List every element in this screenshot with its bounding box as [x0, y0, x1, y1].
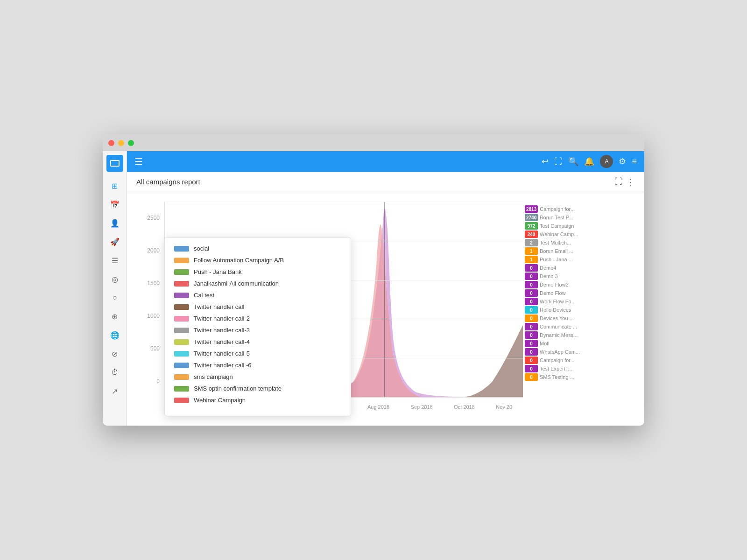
tooltip-item: 0Demo Flow [525, 289, 633, 297]
legend-color-swatch [174, 328, 189, 333]
tooltip-badge: 0 [525, 323, 538, 330]
legend-item: SMS optin confirmation template [174, 385, 341, 392]
tooltip-item: 0Dynamic Mess... [525, 331, 633, 339]
legend-label: Follow Automation Campaign A/B [194, 257, 284, 264]
tooltip-label: Communicate ... [540, 324, 577, 329]
sidebar-item-rocket[interactable]: 🚀 [106, 233, 123, 250]
sidebar-item-person[interactable]: 👤 [106, 215, 123, 231]
tooltip-label: Demo Flow2 [540, 282, 569, 287]
chart-wrapper: 2500 2000 1500 1000 500 0 [127, 192, 644, 426]
page-title: All campaigns report [136, 178, 200, 186]
tooltip-label: Hello Devices [540, 307, 571, 313]
titlebar [103, 134, 644, 151]
tooltip-label: Campaign for... [540, 357, 575, 363]
legend-color-swatch [174, 281, 189, 287]
logo[interactable] [106, 155, 123, 172]
legend-color-swatch [174, 316, 189, 322]
tooltip-badge: 0 [525, 306, 538, 314]
tooltip-item: 240Webinar Camp... [525, 231, 633, 238]
tooltip-badge: 0 [525, 331, 538, 339]
tooltip-badge: 0 [525, 264, 538, 272]
legend-item: Janalkashmi-All communication [174, 280, 341, 287]
expand-view-icon[interactable]: ⛶ [614, 177, 623, 187]
close-button[interactable] [108, 140, 114, 146]
tooltip-item: 0Communicate ... [525, 323, 633, 330]
legend-item: Twitter handler call-2 [174, 315, 341, 322]
maximize-button[interactable] [128, 140, 134, 146]
tooltip-label: SMS Testing ... [540, 374, 574, 380]
sidebar-item-block[interactable]: ⊘ [106, 345, 123, 362]
tooltip-badge: 1 [525, 247, 538, 255]
more-options-icon[interactable]: ⋮ [627, 177, 635, 187]
sidebar-item-clock[interactable]: ○ [106, 289, 123, 306]
legend-label: Twitter handler call-5 [194, 350, 250, 357]
legend-label: social [194, 245, 209, 252]
legend-item: Twitter handler call-4 [174, 338, 341, 345]
legend-color-swatch [174, 293, 189, 298]
back-icon[interactable]: ↩ [542, 156, 549, 167]
tooltip-badge: 0 [525, 365, 538, 372]
sidebar-item-grid[interactable]: ⊞ [106, 177, 123, 194]
legend-color-swatch [174, 363, 189, 368]
more-icon[interactable]: ≡ [632, 157, 637, 167]
expand-icon[interactable]: ⛶ [554, 157, 563, 167]
legend-label: Twitter handler call-2 [194, 315, 250, 322]
sub-header: All campaigns report ⛶ ⋮ [127, 172, 644, 192]
legend-label: Cal test [194, 292, 214, 299]
tooltip-badge: 0 [525, 348, 538, 356]
tooltip-label: Borun Email ... [540, 248, 573, 254]
tooltip-item: 0Demo Flow2 [525, 281, 633, 288]
menu-button[interactable]: ☰ [134, 156, 143, 167]
legend-item: Twitter handler call-3 [174, 327, 341, 334]
tooltip-label: Devices You ... [540, 315, 574, 321]
minimize-button[interactable] [118, 140, 124, 146]
legend-color-swatch [174, 374, 189, 380]
y-label-0: 0 [156, 378, 160, 385]
sidebar-item-chart[interactable]: ↗ [106, 383, 123, 399]
tooltip-badge: 2740 [525, 214, 538, 221]
tooltip-item: 0Motl [525, 340, 633, 347]
tooltip-item: 0Demo4 [525, 264, 633, 272]
header-actions: ⛶ ⋮ [614, 177, 635, 187]
tooltip-label: Campaign for... [540, 206, 575, 212]
tooltip-item: 1Borun Email ... [525, 247, 633, 255]
tooltip-label: Work Flow Fo... [540, 299, 576, 304]
tooltip-badge: 240 [525, 231, 538, 238]
legend-item: Twitter handler call -6 [174, 362, 341, 369]
avatar[interactable]: A [600, 155, 613, 168]
settings-icon[interactable]: ⚙ [619, 156, 626, 167]
legend-item: Twitter handler call [174, 303, 341, 310]
tooltip-badge: 972 [525, 222, 538, 230]
tooltip-item: 0Work Flow Fo... [525, 298, 633, 305]
chart-container: 2500 2000 1500 1000 500 0 [136, 202, 635, 416]
sidebar-item-timer[interactable]: ⏱ [106, 364, 123, 381]
search-icon[interactable]: 🔍 [568, 156, 578, 167]
tooltip-badge: 1 [525, 256, 538, 263]
x-label-oct: Oct 2018 [454, 404, 475, 410]
tooltip-label: Demo Flow [540, 290, 566, 296]
legend-label: Webinar Campaign [194, 397, 246, 404]
x-label-sep: Sep 2018 [411, 404, 433, 410]
sidebar-item-layers[interactable]: ☰ [106, 252, 123, 269]
sidebar-item-hierarchy[interactable]: ⊕ [106, 308, 123, 325]
tooltip-label: Dynamic Mess... [540, 332, 578, 338]
tooltip-label: Push - Jana ... [540, 257, 573, 262]
tooltip-badge: 2 [525, 239, 538, 246]
legend-color-swatch [174, 304, 189, 310]
legend-item: sms campaign [174, 373, 341, 380]
tooltip-label: Motl [540, 341, 550, 346]
tooltip-label: WhatsApp Cam... [540, 349, 580, 355]
y-label-1500: 1500 [147, 280, 160, 287]
tooltip-item: 0WhatsApp Cam... [525, 348, 633, 356]
sidebar-item-target[interactable]: ◎ [106, 271, 123, 287]
tooltip-badge: 0 [525, 298, 538, 305]
legend-color-swatch [174, 339, 189, 345]
chart-tooltip: 2813Campaign for...2740Borun Test P...97… [523, 202, 635, 416]
tooltip-label: Test ExpertT... [540, 366, 572, 371]
tooltip-badge: 0 [525, 289, 538, 297]
tooltip-item: 972Test Campaign [525, 222, 633, 230]
sidebar-item-globe[interactable]: 🌐 [106, 327, 123, 343]
x-label-aug: Aug 2018 [367, 404, 389, 410]
notification-icon[interactable]: 🔔 [584, 156, 594, 167]
sidebar-item-calendar[interactable]: 📅 [106, 196, 123, 213]
